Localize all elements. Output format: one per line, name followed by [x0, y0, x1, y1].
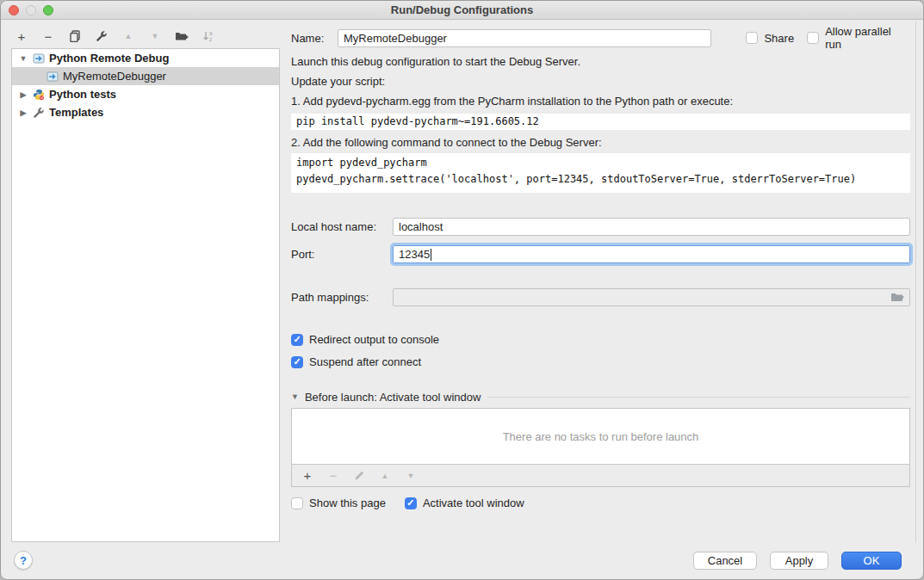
name-input[interactable]: MyRemoteDebugger [338, 29, 711, 47]
step-2-text: 2. Add the following command to connect … [291, 136, 910, 150]
move-down-icon: ▼ [148, 29, 162, 43]
remove-task-button: − [326, 469, 340, 483]
ok-button[interactable]: OK [841, 552, 902, 570]
port-input[interactable]: 12345 [393, 245, 910, 263]
add-configuration-button[interactable]: + [15, 29, 28, 43]
empty-tasks-message: There are no tasks to run before launch [292, 409, 909, 464]
tree-item-label: Python Remote Debug [49, 52, 169, 65]
section-divider [487, 397, 910, 398]
tree-item-python-remote-debug[interactable]: ▼ Python Remote Debug [12, 49, 279, 67]
svg-text:a: a [209, 30, 213, 36]
path-mappings-label: Path mappings: [291, 291, 393, 304]
tree-item-label: MyRemoteDebugger [63, 70, 166, 83]
name-value: MyRemoteDebugger [344, 32, 447, 45]
tree-item-templates[interactable]: ▶ Templates [12, 103, 279, 121]
zoom-window-button[interactable] [43, 5, 53, 15]
description-line-2: Update your script: [291, 75, 910, 89]
pip-install-code-block: pip install pydevd-pycharm~=191.6605.12 [291, 114, 910, 130]
python-logo-icon [33, 89, 45, 101]
tree-item-myremotedebugger[interactable]: MyRemoteDebugger [12, 67, 279, 85]
show-this-page-label: Show this page [309, 497, 386, 509]
title-bar: Run/Debug Configurations [1, 1, 923, 20]
remote-debug-config-icon [47, 71, 59, 83]
before-launch-task-list: There are no tasks to run before launch … [291, 408, 910, 487]
copy-configuration-icon[interactable] [68, 29, 82, 43]
move-task-down-icon: ▼ [404, 469, 418, 483]
port-label: Port: [291, 248, 393, 261]
before-launch-title: Before launch: Activate tool window [305, 391, 481, 404]
cancel-button[interactable]: Cancel [693, 552, 757, 570]
name-label: Name: [291, 32, 338, 45]
redirect-output-label: Redirect output to console [309, 333, 439, 346]
add-task-button[interactable]: + [301, 469, 314, 483]
allow-parallel-run-label: Allow parallel run [825, 25, 910, 51]
minimize-window-button [26, 5, 36, 15]
run-debug-configurations-dialog: Run/Debug Configurations + − ▲ ▼ az ▼ Py… [0, 0, 924, 580]
local-host-name-label: Local host name: [291, 220, 393, 233]
collapsed-arrow-icon[interactable]: ▶ [19, 108, 28, 117]
sort-alphabetically-icon[interactable]: az [202, 29, 215, 43]
activate-tool-window-label: Activate tool window [423, 497, 524, 509]
show-this-page-checkbox[interactable] [291, 497, 303, 509]
suspend-after-connect-checkbox[interactable] [291, 356, 303, 368]
dialog-footer: ? Cancel Apply OK [1, 541, 923, 579]
remote-debug-config-icon [33, 52, 45, 65]
move-task-up-icon: ▲ [378, 469, 392, 483]
activate-tool-window-checkbox[interactable] [405, 497, 417, 509]
svg-text:z: z [209, 36, 212, 42]
configurations-tree: ▼ Python Remote Debug MyRemoteDebugger ▶… [11, 48, 280, 542]
collapsed-arrow-icon[interactable]: ▶ [19, 90, 28, 99]
allow-parallel-run-checkbox[interactable] [807, 32, 819, 44]
text-caret [431, 249, 431, 261]
port-value: 12345 [399, 248, 430, 261]
edit-task-pencil-icon [352, 469, 366, 483]
step-1-text: 1. Add pydevd-pycharm.egg from the PyCha… [291, 95, 910, 108]
expanded-arrow-icon[interactable]: ▼ [19, 54, 28, 63]
share-checkbox[interactable] [746, 32, 758, 44]
close-window-button[interactable] [9, 5, 19, 15]
tree-item-label: Templates [49, 106, 103, 119]
apply-button[interactable]: Apply [770, 552, 828, 570]
browse-folder-icon[interactable] [890, 292, 904, 303]
configuration-form: Name: MyRemoteDebugger Share Allow paral… [285, 22, 916, 543]
local-host-name-value: localhost [399, 220, 443, 233]
code-line-1: import pydevd_pycharm [296, 155, 905, 171]
configurations-toolbar: + − ▲ ▼ az [15, 27, 215, 46]
redirect-output-checkbox[interactable] [291, 334, 303, 346]
window-title: Run/Debug Configurations [1, 1, 923, 19]
help-button[interactable]: ? [14, 551, 33, 570]
description-line-1: Launch this debug configuration to start… [291, 55, 910, 69]
settrace-code-block: import pydevd_pycharm pydevd_pycharm.set… [291, 153, 910, 193]
before-launch-collapse-icon[interactable]: ▼ [291, 392, 299, 401]
suspend-after-connect-label: Suspend after connect [309, 355, 421, 368]
share-label: Share [764, 32, 794, 45]
new-folder-icon[interactable] [175, 29, 189, 43]
tree-item-python-tests[interactable]: ▶ Python tests [12, 85, 279, 103]
local-host-name-input[interactable]: localhost [393, 218, 910, 236]
task-toolbar: + − ▲ ▼ [292, 464, 909, 486]
code-line-2: pydevd_pycharm.settrace('localhost', por… [296, 171, 905, 188]
path-mappings-input[interactable] [393, 288, 910, 306]
remove-configuration-button[interactable]: − [41, 29, 55, 43]
edit-defaults-wrench-icon[interactable] [95, 29, 109, 43]
templates-wrench-icon [33, 107, 45, 119]
tree-item-label: Python tests [49, 88, 116, 101]
move-up-icon: ▲ [121, 29, 135, 43]
